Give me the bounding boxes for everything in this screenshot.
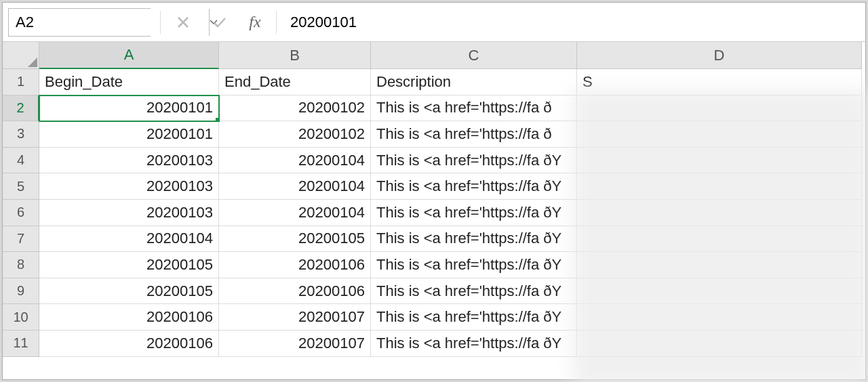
cell-D4[interactable] xyxy=(577,148,862,174)
cell-B4[interactable]: 20200104 xyxy=(219,148,371,174)
cell-D5[interactable] xyxy=(577,173,862,200)
cell-B5[interactable]: 20200104 xyxy=(219,173,371,200)
cell-A7[interactable]: 20200104 xyxy=(39,226,219,253)
cell-A3[interactable]: 20200101 xyxy=(39,121,219,148)
cell-A10[interactable]: 20200106 xyxy=(39,304,219,331)
formula-input[interactable] xyxy=(281,8,865,37)
table-row: 62020010320200104This is <a href='https:… xyxy=(3,200,865,226)
cell-B6[interactable]: 20200104 xyxy=(219,200,371,226)
cell-B7[interactable]: 20200105 xyxy=(219,226,371,253)
cell-D7[interactable] xyxy=(577,226,862,253)
row-header-6[interactable]: 6 xyxy=(3,200,39,226)
cell-B1[interactable]: End_Date xyxy=(219,69,371,96)
table-row: 22020010120200102This is <a href='https:… xyxy=(3,96,865,122)
column-header-D[interactable]: D xyxy=(577,42,862,69)
cell-B11[interactable]: 20200107 xyxy=(219,331,371,357)
cell-C3[interactable]: This is <a href='https://fa ð xyxy=(371,121,577,148)
row-header-11[interactable]: 11 xyxy=(3,331,39,357)
excel-window: fx ABCD 1Begin_DateEnd_DateDescriptionS2… xyxy=(2,2,866,380)
cell-C2[interactable]: This is <a href='https://fa ð xyxy=(371,96,577,122)
table-row: 42020010320200104This is <a href='https:… xyxy=(3,148,865,174)
select-all-corner[interactable] xyxy=(3,42,39,69)
cell-C1[interactable]: Description xyxy=(371,69,577,96)
table-row: 112020010620200107This is <a href='https… xyxy=(3,331,865,357)
cell-C9[interactable]: This is <a href='https://fa ðY xyxy=(371,278,577,305)
data-rows: 1Begin_DateEnd_DateDescriptionS220200101… xyxy=(3,69,865,379)
cell-C7[interactable]: This is <a href='https://fa ðY xyxy=(371,226,577,253)
cell-A8[interactable]: 20200105 xyxy=(39,252,219,278)
cell-D8[interactable] xyxy=(577,252,862,278)
cell-B2[interactable]: 20200102 xyxy=(219,96,371,122)
cell-C6[interactable]: This is <a href='https://fa ðY xyxy=(371,200,577,226)
separator xyxy=(160,11,161,34)
row-header-7[interactable]: 7 xyxy=(3,226,39,253)
cell-C4[interactable]: This is <a href='https://fa ðY xyxy=(371,148,577,174)
row-header-10[interactable]: 10 xyxy=(3,304,39,331)
cell-C5[interactable]: This is <a href='https://fa ðY xyxy=(371,173,577,200)
table-row: 52020010320200104This is <a href='https:… xyxy=(3,173,865,200)
cell-C8[interactable]: This is <a href='https://fa ðY xyxy=(371,252,577,278)
cell-A6[interactable]: 20200103 xyxy=(39,200,219,226)
cell-A2[interactable]: 20200101 xyxy=(39,96,219,122)
enter-icon xyxy=(201,8,238,37)
cell-C10[interactable]: This is <a href='https://fa ðY xyxy=(371,304,577,331)
cell-B10[interactable]: 20200107 xyxy=(219,304,371,331)
name-box-wrap xyxy=(8,8,151,37)
row-header-8[interactable]: 8 xyxy=(3,252,39,278)
cell-D9[interactable] xyxy=(577,278,862,305)
cell-B3[interactable]: 20200102 xyxy=(219,121,371,148)
cell-D6[interactable] xyxy=(577,200,862,226)
row-header-5[interactable]: 5 xyxy=(3,173,39,200)
row-header-4[interactable]: 4 xyxy=(3,148,39,174)
column-header-row: ABCD xyxy=(3,42,865,69)
table-row: 82020010520200106This is <a href='https:… xyxy=(3,252,865,278)
cell-C11[interactable]: This is <a href='https://fa ðY xyxy=(371,331,577,357)
cell-A4[interactable]: 20200103 xyxy=(39,148,219,174)
cell-D2[interactable] xyxy=(577,96,862,122)
row-header-2[interactable]: 2 xyxy=(3,96,39,122)
table-row: 102020010620200107This is <a href='https… xyxy=(3,304,865,331)
cancel-icon xyxy=(165,8,201,37)
formula-bar: fx xyxy=(3,3,865,42)
column-header-C[interactable]: C xyxy=(371,42,577,69)
row-header-3[interactable]: 3 xyxy=(3,121,39,148)
separator xyxy=(276,11,277,34)
row-header-9[interactable]: 9 xyxy=(3,278,39,305)
cell-A5[interactable]: 20200103 xyxy=(39,173,219,200)
cell-A11[interactable]: 20200106 xyxy=(39,331,219,357)
table-row: 32020010120200102This is <a href='https:… xyxy=(3,121,865,148)
spreadsheet-grid: ABCD 1Begin_DateEnd_DateDescriptionS2202… xyxy=(3,42,865,379)
column-header-B[interactable]: B xyxy=(219,42,371,69)
cell-B8[interactable]: 20200106 xyxy=(219,252,371,278)
table-row: 1Begin_DateEnd_DateDescriptionS xyxy=(3,69,865,96)
row-header-1[interactable]: 1 xyxy=(3,69,39,96)
cell-D1[interactable]: S xyxy=(577,69,862,96)
fx-icon[interactable]: fx xyxy=(238,13,272,31)
cell-D11[interactable] xyxy=(577,331,862,357)
cell-A1[interactable]: Begin_Date xyxy=(39,69,219,96)
cell-D10[interactable] xyxy=(577,304,862,331)
cell-B9[interactable]: 20200106 xyxy=(219,278,371,305)
cell-D3[interactable] xyxy=(577,121,862,148)
cell-A9[interactable]: 20200105 xyxy=(39,278,219,305)
table-row: 72020010420200105This is <a href='https:… xyxy=(3,226,865,253)
column-header-A[interactable]: A xyxy=(39,42,219,69)
table-row: 92020010520200106This is <a href='https:… xyxy=(3,278,865,305)
